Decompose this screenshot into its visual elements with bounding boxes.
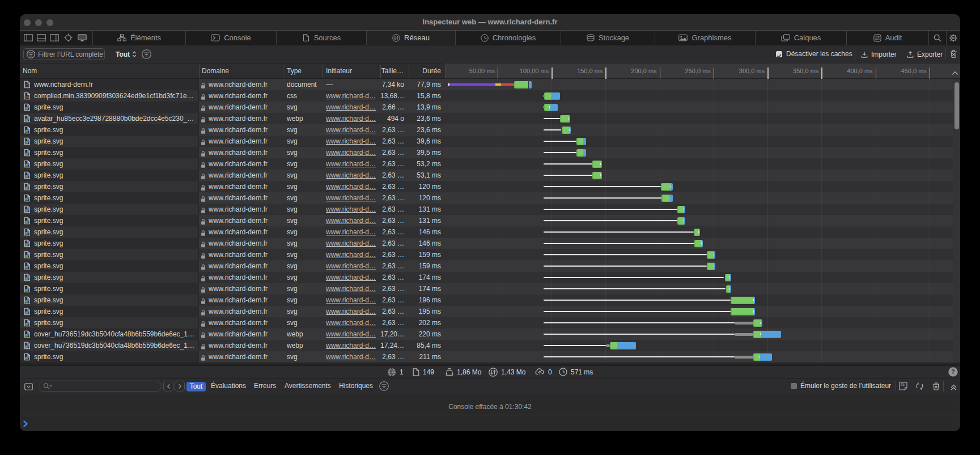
svg-text:?: ? — [951, 368, 954, 375]
svg-text:<>: <> — [25, 83, 29, 87]
svg-text:css: css — [24, 95, 30, 99]
svg-text:JS: JS — [900, 382, 905, 386]
